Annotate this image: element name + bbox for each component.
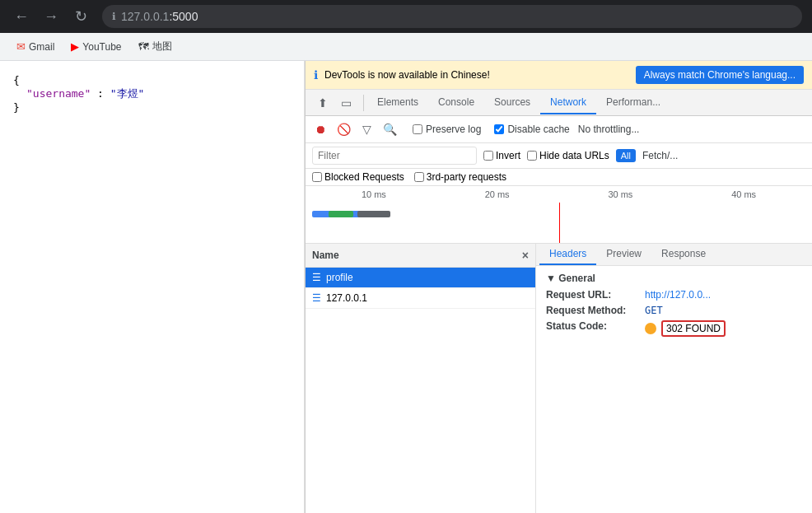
tl-label-20: 20 ms [436,189,559,199]
json-line-close: } [13,101,291,114]
hide-data-urls-option[interactable]: Hide data URLs [527,150,609,161]
bookmark-maps[interactable]: 🗺 地图 [132,36,179,57]
invert-option[interactable]: Invert [483,150,520,161]
disable-cache-text: Disable cache [507,124,569,135]
bookmark-maps-label: 地图 [152,40,172,54]
reload-button[interactable]: ↻ [69,5,92,28]
req-name-profile: profile [326,272,353,283]
fetch-label: Fetch/... [642,150,678,161]
tl-red-line [559,203,560,244]
tab-network[interactable]: Network [540,91,596,114]
blocked-requests-label: Blocked Requests [324,171,404,183]
request-url-value: http://127.0.0... [645,289,711,301]
json-close-brace: } [13,101,20,114]
blocked-requests-option[interactable]: Blocked Requests [312,171,404,183]
network-body: Name × ☰ profile ☰ 127.0.0.1 Headers Pre… [306,244,812,513]
bookmark-gmail-label: Gmail [29,41,54,53]
details-tabs: Headers Preview Response [536,244,812,266]
bookmark-youtube[interactable]: ▶ YouTube [64,37,128,56]
preserve-log-label[interactable]: Preserve log [413,124,481,135]
gmail-icon: ✉ [16,40,26,53]
req-name-localhost: 127.0.0.1 [326,292,367,304]
req-icon-profile: ☰ [312,272,321,283]
nav-buttons: ← → ↻ [10,5,92,28]
status-code-badge: 302 FOUND [661,320,726,337]
tl-label-10: 10 ms [312,189,436,199]
devtools-tabs: ⬆ ▭ Elements Console Sources Network Per… [306,90,812,116]
devtools-filter-row: Invert Hide data URLs All Fetch/... [306,143,812,169]
status-code-row: Status Code: 302 FOUND [546,320,802,337]
hide-data-urls-checkbox[interactable] [527,151,537,161]
third-party-checkbox[interactable] [414,172,424,182]
tl-bar-green [329,211,353,217]
tab-sources[interactable]: Sources [484,91,540,114]
general-section-header: ▼ General [546,273,802,284]
tab-console[interactable]: Console [428,91,484,114]
cursor-icon-btn[interactable]: ⬆ [312,92,334,114]
req-icon-localhost: ☰ [312,292,321,304]
bookmark-youtube-label: YouTube [82,41,121,53]
main-area: { "username" : "李煜" } ℹ DevTools is now … [0,61,812,513]
json-colon: : [97,87,110,100]
record-button[interactable]: ⏺ [310,119,330,139]
status-badge-wrap: 302 FOUND [645,320,726,337]
filter-input[interactable] [312,147,477,165]
devtools-panel: ℹ DevTools is now available in Chinese! … [305,61,812,513]
forward-button[interactable]: → [40,5,63,28]
request-item-profile[interactable]: ☰ profile [306,268,535,288]
devtools-toolbar: ⏺ 🚫 ▽ 🔍 Preserve log Disable cache No th… [306,116,812,143]
tl-label-30: 30 ms [559,189,683,199]
disable-cache-label[interactable]: Disable cache [494,124,569,135]
infobar-text: DevTools is now available in Chinese! [324,69,629,81]
timeline-area: 10 ms 20 ms 30 ms 40 ms [306,186,812,244]
request-url-row: Request URL: http://127.0.0... [546,289,802,301]
status-code-value: 302 FOUND [645,320,726,337]
bookmark-gmail[interactable]: ✉ Gmail [10,37,61,56]
general-triangle: ▼ General [546,273,595,284]
tl-label-40: 40 ms [682,189,805,199]
preserve-log-text: Preserve log [426,124,481,135]
tab-elements[interactable]: Elements [367,91,428,114]
request-url-label: Request URL: [546,289,645,301]
request-item-localhost[interactable]: ☰ 127.0.0.1 [306,288,535,309]
json-value: "李煜" [110,87,145,100]
close-details-button[interactable]: × [522,249,529,262]
devtools-blocked-row: Blocked Requests 3rd-party requests [306,169,812,186]
device-icon-btn[interactable]: ▭ [335,92,357,114]
details-tab-response[interactable]: Response [651,244,716,265]
name-col-header: Name [312,250,339,261]
details-tab-preview[interactable]: Preview [596,244,651,265]
third-party-option[interactable]: 3rd-party requests [414,171,506,183]
json-line-open: { [13,74,291,86]
no-throttling-label: No throttling... [573,124,645,135]
request-list-header: Name × [306,244,535,268]
status-code-label: Status Code: [546,320,645,332]
hide-data-urls-label: Hide data URLs [539,150,609,161]
always-match-button[interactable]: Always match Chrome's languag... [636,66,804,84]
tl-dotted-segment [362,214,378,216]
tab-performance[interactable]: Performan... [596,91,670,114]
disable-cache-checkbox[interactable] [494,124,504,134]
back-button[interactable]: ← [10,5,33,28]
address-url: 127.0.0.1:5000 [121,10,198,23]
invert-checkbox[interactable] [483,151,493,161]
all-filter-button[interactable]: All [616,149,636,162]
filter-icon[interactable]: ▽ [357,119,376,139]
details-tab-headers[interactable]: Headers [539,244,596,265]
devtools-tab-icons: ⬆ ▭ [309,92,360,114]
url-suffix: :5000 [169,10,198,23]
clear-button[interactable]: 🚫 [334,119,353,139]
address-bar[interactable]: ℹ 127.0.0.1:5000 [102,5,802,28]
invert-label: Invert [496,150,520,161]
details-content: ▼ General Request URL: http://127.0.0...… [536,266,812,513]
request-method-row: Request Method: GET [546,305,802,316]
request-method-value: GET [645,305,663,316]
search-icon[interactable]: 🔍 [380,119,399,139]
maps-icon: 🗺 [138,40,149,53]
tabs-divider [363,95,364,111]
blocked-requests-checkbox[interactable] [312,172,322,182]
preserve-log-checkbox[interactable] [413,124,422,134]
page-content: { "username" : "李煜" } [0,61,305,513]
details-panel: Headers Preview Response ▼ General Reque… [536,244,812,513]
timeline-labels: 10 ms 20 ms 30 ms 40 ms [306,186,812,203]
